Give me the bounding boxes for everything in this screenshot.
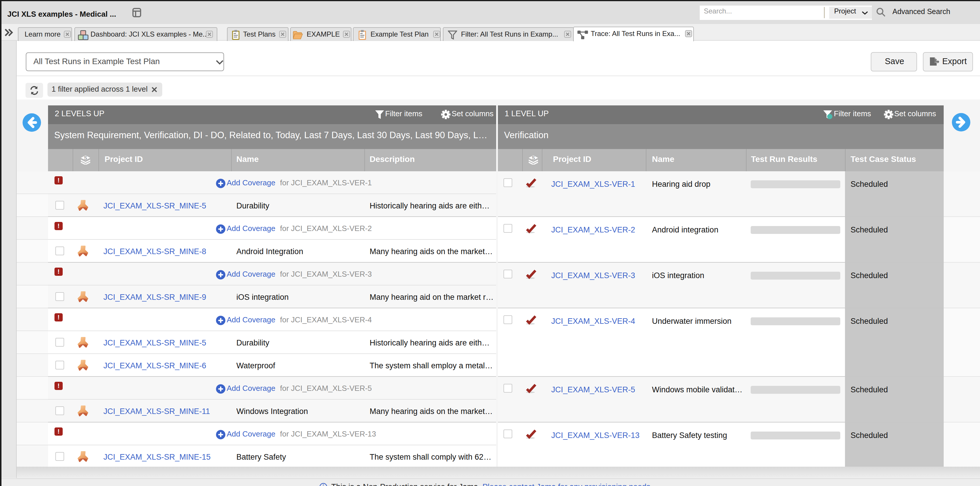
svg-text:S: S xyxy=(84,156,87,160)
svg-text:S: S xyxy=(532,156,535,160)
